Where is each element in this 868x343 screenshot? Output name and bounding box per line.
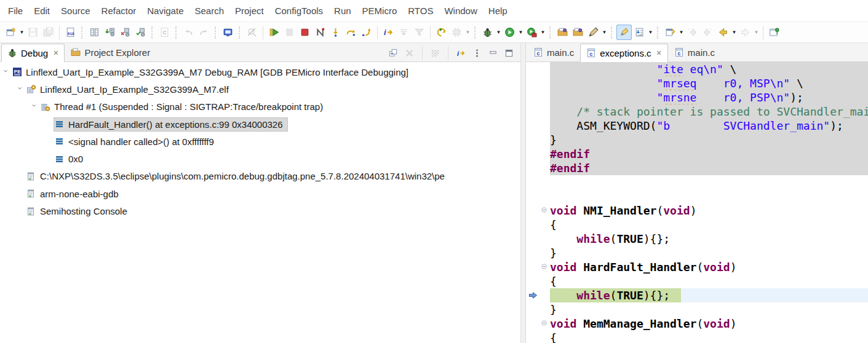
debug-button-dropdown[interactable]: ▼ <box>495 25 502 40</box>
back-button-dropdown[interactable]: ▼ <box>731 25 738 40</box>
tree-item[interactable]: arm-none-eabi-gdb <box>25 187 124 201</box>
menu-rtos[interactable]: RTOS <box>402 6 439 16</box>
tree-item[interactable]: C:\NXP\S32DS.3.5\eclipse\plugins\com.pem… <box>25 169 450 183</box>
external-tools-button[interactable] <box>586 25 601 40</box>
tree-item[interactable]: <signal handler called>() at 0xfffffff9 <box>54 135 219 149</box>
code-line-text[interactable]: #endif <box>550 161 868 175</box>
instruction-stepping-toggle[interactable]: i <box>455 47 468 60</box>
code-line-text[interactable]: while(TRUE){}; <box>550 288 868 302</box>
run-button[interactable] <box>502 25 517 40</box>
open-project-button[interactable] <box>555 25 570 40</box>
redo-button[interactable] <box>196 25 212 40</box>
annotation-ruler-cell[interactable] <box>526 232 540 246</box>
run-configurations-button[interactable] <box>524 25 540 40</box>
run-configurations-button-dropdown[interactable]: ▼ <box>540 25 546 40</box>
flash-download-button[interactable] <box>102 25 117 40</box>
annotation-ruler-cell[interactable] <box>526 274 540 288</box>
code-line[interactable]: #endif <box>526 161 868 175</box>
code-line[interactable]: while(TRUE){}; <box>526 232 868 246</box>
annotation-ruler-cell[interactable] <box>526 260 540 274</box>
flash-verify-button[interactable] <box>133 25 148 40</box>
fold-collapse-icon[interactable] <box>540 260 550 274</box>
tab-project-explorer[interactable]: Project Explorer <box>65 43 156 61</box>
step-over-button[interactable] <box>343 25 359 40</box>
chevron-down-icon[interactable] <box>15 84 25 94</box>
code-line-text[interactable]: /* stack pointer is passed to SVCHandler… <box>550 104 868 119</box>
previous-annotation-button[interactable]: * <box>685 25 700 40</box>
code-line-text[interactable]: "ite eq\n" \ <box>550 62 868 76</box>
code-line[interactable] <box>526 175 868 189</box>
tab-main-c-2[interactable]: cmain.c <box>668 43 721 61</box>
code-line[interactable]: #endif <box>526 147 868 161</box>
restart-button[interactable] <box>434 25 449 40</box>
annotation-ruler-cell[interactable] <box>526 119 540 133</box>
tree-item[interactable]: Linflexd_Uart_Ip_Example_S32G399A_M7.elf <box>25 82 234 97</box>
code-line[interactable]: { <box>526 274 868 288</box>
forward-button-dropdown[interactable]: ▼ <box>753 25 760 40</box>
forward-button[interactable] <box>738 25 753 40</box>
close-icon[interactable]: ✕ <box>656 49 662 57</box>
tree-item[interactable]: 0x0 <box>54 152 88 166</box>
use-step-filters-button[interactable] <box>412 25 427 40</box>
tab-exceptions-c[interactable]: cexceptions.c✕ <box>580 44 668 62</box>
code-line[interactable]: } <box>526 246 868 260</box>
annotation-ruler-cell[interactable] <box>526 104 540 119</box>
run-button-dropdown[interactable]: ▼ <box>517 25 524 40</box>
code-line[interactable]: void NMI_Handler(void) <box>526 203 868 218</box>
tree-item[interactable]: Semihosting Console <box>25 204 132 218</box>
code-line-text[interactable]: #endif <box>550 147 868 161</box>
maximize-button[interactable] <box>503 47 516 60</box>
menu-window[interactable]: Window <box>439 6 482 16</box>
debug-launch-tree[interactable]: PELinflexd_Uart_Ip_Example_S32G399A_M7 D… <box>0 62 520 343</box>
multicore-button[interactable] <box>449 25 464 40</box>
tree-item[interactable]: HardFault_Handler() at exceptions.c:99 0… <box>54 117 288 132</box>
annotation-ruler-cell[interactable] <box>526 147 540 161</box>
last-edit-location-button[interactable] <box>663 25 678 40</box>
remove-all-terminated-button[interactable] <box>403 47 416 60</box>
disconnect-button[interactable] <box>313 25 328 40</box>
code-line[interactable]: ASM_KEYWORD("b SVCHandler_main"); <box>526 119 868 133</box>
save-console-log-button-dropdown[interactable]: ▼ <box>647 25 654 40</box>
new-wizard-button[interactable] <box>3 25 18 40</box>
tree-row[interactable]: Thread #1 (Suspended : Signal : SIGTRAP:… <box>0 98 520 116</box>
resume-button[interactable] <box>266 25 282 40</box>
annotation-ruler-cell[interactable] <box>526 203 540 218</box>
search-button[interactable] <box>244 25 260 40</box>
drop-to-frame-button[interactable] <box>396 25 412 40</box>
menu-edit[interactable]: Edit <box>28 6 55 16</box>
save-all-button[interactable] <box>41 25 56 40</box>
annotation-ruler-cell[interactable] <box>526 133 540 147</box>
code-line[interactable]: while(TRUE){}; <box>526 288 868 302</box>
save-button[interactable] <box>25 25 41 40</box>
tree-item[interactable]: Thread #1 (Suspended : Signal : SIGTRAP:… <box>39 100 328 114</box>
fold-collapse-icon[interactable] <box>540 203 550 218</box>
code-line-text[interactable]: void NMI_Handler(void) <box>550 203 868 218</box>
last-edit-location-button-dropdown[interactable]: ▼ <box>678 25 685 40</box>
annotation-ruler-cell[interactable] <box>526 90 540 104</box>
console-button[interactable] <box>220 25 236 40</box>
code-line[interactable]: { <box>526 218 868 232</box>
menu-file[interactable]: File <box>2 6 28 16</box>
fold-collapse-icon[interactable] <box>540 317 550 331</box>
code-line[interactable]: } <box>526 133 868 147</box>
code-editor[interactable]: "ite eq\n" \ "mrseq r0, MSP\n" \ "mrsne … <box>526 62 868 343</box>
tree-row[interactable]: 0x0 <box>0 150 520 167</box>
minimize-button[interactable] <box>487 47 500 60</box>
annotation-ruler-cell[interactable] <box>526 317 540 331</box>
code-line-text[interactable]: "mrsne r0, PSP\n"); <box>550 90 868 104</box>
code-line[interactable]: void MemManage_Handler(void) <box>526 317 868 331</box>
annotation-ruler-cell[interactable] <box>526 161 540 175</box>
chevron-down-icon[interactable] <box>1 67 11 77</box>
source-lookup-button[interactable] <box>429 47 442 60</box>
code-line-text[interactable]: { <box>550 274 868 288</box>
flash-erase-button[interactable] <box>117 25 133 40</box>
annotation-ruler-cell[interactable] <box>526 331 540 343</box>
code-line[interactable] <box>526 189 868 203</box>
step-into-button[interactable] <box>328 25 343 40</box>
collapse-all-button[interactable] <box>387 47 400 60</box>
tree-row[interactable]: HardFault_Handler() at exceptions.c:99 0… <box>0 116 520 133</box>
suspend-button[interactable] <box>282 25 297 40</box>
menu-run[interactable]: Run <box>328 6 357 16</box>
menu-navigate[interactable]: Navigate <box>141 6 189 16</box>
menu-search[interactable]: Search <box>189 6 229 16</box>
